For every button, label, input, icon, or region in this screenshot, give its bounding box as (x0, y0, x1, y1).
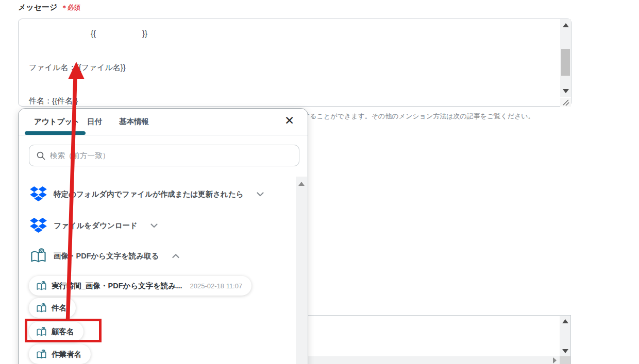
scroll-down-icon[interactable] (562, 349, 568, 353)
search-icon (37, 151, 45, 160)
chip-label: 作業者名 (52, 350, 81, 359)
output-chip-exec-time[interactable]: 実行時間_画像・PDFから文字を読み... 2025-02-18 11:07 (29, 276, 251, 296)
scroll-up-icon[interactable] (563, 23, 569, 27)
ocr-book-icon (36, 303, 47, 313)
chip-timestamp: 2025-02-18 11:07 (190, 282, 243, 290)
chip-label: 件名 (52, 303, 66, 313)
chip-label: 実行時間_画像・PDFから文字を読み... (52, 281, 182, 291)
resize-grip-icon (560, 98, 571, 107)
field-label: メッセージ (18, 3, 57, 12)
group-row-ocr[interactable]: 画像・PDFから文字を読み取る (30, 247, 179, 265)
search-input[interactable] (50, 151, 292, 160)
ocr-book-icon (30, 248, 47, 264)
tab-date[interactable]: 日付 (87, 117, 102, 127)
dropbox-icon (30, 186, 47, 202)
chevron-down-icon[interactable] (150, 223, 158, 228)
required-badge: ＊必須 (61, 4, 80, 12)
popup-tabbar: アウトプット 日付 基本情報 ✕ (19, 109, 308, 135)
dropbox-icon (30, 218, 47, 233)
scroll-up-icon[interactable] (298, 182, 305, 186)
active-tab-underline (25, 131, 86, 135)
ocr-book-icon (36, 327, 47, 337)
editor-scrollbar[interactable] (560, 19, 571, 97)
search-box[interactable] (29, 145, 299, 166)
scroll-right-icon[interactable] (553, 357, 557, 363)
message-line: 件名：{{件名}} (29, 93, 571, 107)
output-chip-subject[interactable]: 件名 (29, 298, 76, 318)
group-label: ファイルをダウンロード (54, 221, 138, 231)
scroll-up-icon[interactable] (562, 319, 568, 323)
group-label: 画像・PDFから文字を読み取る (54, 251, 159, 261)
textarea-resize-grip[interactable] (560, 98, 571, 107)
field-label-row: メッセージ ＊必須 (18, 3, 80, 12)
output-chip-worker-name[interactable]: 作業者名 (29, 344, 91, 364)
group-row-download-file[interactable]: ファイルをダウンロード (30, 217, 158, 234)
secondary-textarea-hscrollbar[interactable] (289, 356, 560, 364)
page: メッセージ ＊必須 {{ }} ファイル名：{{ファイル名}} 件名：{{件名}… (0, 0, 639, 364)
scroll-down-icon[interactable] (563, 89, 569, 93)
chip-label: 顧客名 (52, 327, 74, 337)
chevron-up-icon[interactable] (172, 254, 179, 258)
message-line: ファイル名：{{ファイル名}} (29, 59, 571, 76)
message-line-clipped: {{ }} (29, 25, 571, 42)
mention-helper-text: することができます。その他のメンション方法は次の記事をご覧ください。 (303, 112, 535, 121)
scrollbar-corner (560, 356, 570, 364)
group-row-folder-trigger[interactable]: 特定のフォルダ内でファイルが作成または更新されたら (30, 185, 264, 203)
ocr-book-icon (36, 350, 47, 359)
secondary-textarea-scrollbar[interactable] (560, 316, 570, 356)
close-icon[interactable]: ✕ (284, 115, 294, 127)
ocr-book-icon (36, 281, 47, 291)
message-textarea[interactable]: {{ }} ファイル名：{{ファイル名}} 件名：{{件名}} 顧客名：{{顧客… (18, 19, 571, 107)
chevron-down-icon[interactable] (257, 192, 264, 197)
tab-output[interactable]: アウトプット (34, 117, 80, 127)
output-picker-popup: アウトプット 日付 基本情報 ✕ 特定のフォルダ内でファイルが作成または更新され… (18, 108, 308, 364)
message-text: {{ }} ファイル名：{{ファイル名}} 件名：{{件名}} 顧客名：{{顧客… (19, 19, 571, 107)
output-chip-customer-name[interactable]: 顧客名 (29, 322, 83, 341)
editor-scrollbar-thumb[interactable] (561, 49, 570, 76)
tab-basic-info[interactable]: 基本情報 (119, 117, 149, 127)
popup-scrollbar[interactable] (296, 177, 307, 364)
group-label: 特定のフォルダ内でファイルが作成または更新されたら (54, 189, 244, 199)
